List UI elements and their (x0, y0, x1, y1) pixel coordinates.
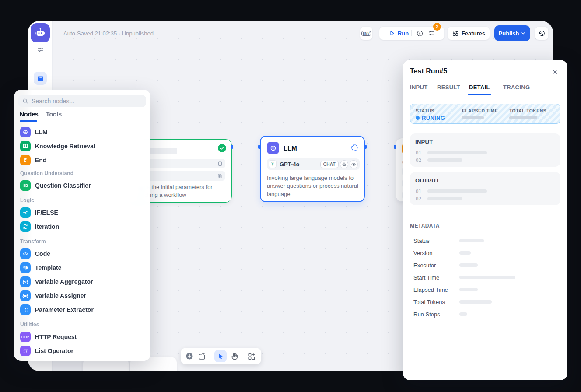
vision-eye-icon (350, 160, 358, 168)
running-dot-icon (416, 116, 420, 120)
meta-row-elapsed-time: Elapsed Time (413, 286, 558, 294)
skeleton-bar (462, 116, 484, 119)
version-history-button[interactable] (535, 26, 549, 40)
input-title: INPUT (415, 139, 433, 145)
llm-icon (267, 142, 279, 154)
organize-icon[interactable] (247, 352, 256, 360)
divider (403, 214, 567, 214)
palette-item-variable-assigner[interactable]: {=} Variable Assigner (17, 289, 148, 302)
add-note-icon[interactable] (198, 352, 206, 360)
dot-grid-icon (20, 304, 31, 315)
braces-x-icon: {x} (20, 276, 31, 287)
llm-node-description: Invoking large language models to answer… (267, 174, 360, 198)
llm-node[interactable]: LLM ✳ GPT-4o CHAT Invoking large languag… (260, 136, 365, 202)
add-node-icon[interactable] (185, 352, 194, 360)
edge-start-llm (232, 147, 260, 147)
split-icon (20, 207, 31, 218)
chat-mode-badge: CHAT (320, 161, 339, 168)
status-label: STATUS (416, 108, 434, 113)
skeleton-bar (459, 312, 467, 316)
meta-row-status: Status (413, 237, 558, 245)
skeleton-bar (427, 197, 462, 200)
chevron-down-icon (521, 31, 526, 36)
line-number: 02 (416, 158, 421, 163)
pointer-tool[interactable] (214, 350, 227, 362)
toolbar-divider (243, 353, 243, 359)
hand-tool-icon[interactable] (231, 352, 239, 360)
tab-tools[interactable]: Tools (46, 111, 62, 118)
play-icon (389, 30, 395, 36)
palette-item-list-operator[interactable]: List Operator (17, 344, 148, 357)
node-palette: Nodes Tools LLM Knowledge Retrieval End … (14, 90, 150, 361)
panel-title: Test Run#5 (410, 67, 447, 75)
group-header: Question Understand (20, 170, 74, 176)
port[interactable] (231, 145, 233, 149)
features-button[interactable]: Features (447, 26, 490, 40)
meta-row-run-steps: Run Steps (413, 310, 558, 319)
end-flag-icon (20, 155, 31, 165)
braces-eq-icon: {=} (20, 290, 31, 301)
port[interactable] (364, 145, 367, 149)
palette-item-code[interactable]: </> Code (17, 247, 148, 260)
line-number: 01 (416, 150, 421, 156)
skeleton-bar (459, 300, 492, 304)
palette-item-question-classifier[interactable]: Question Classifier (17, 179, 148, 192)
publish-button[interactable]: Publish (494, 25, 530, 41)
metadata-label: METADATA (410, 223, 440, 229)
pointer-icon (217, 353, 224, 360)
palette-item-if-else[interactable]: IF/ELSE (17, 206, 148, 219)
checklist-count-badge: 2 (433, 23, 441, 31)
palette-item-variable-aggregator[interactable]: {x} Variable Aggregator (17, 275, 148, 288)
palette-item-iteration[interactable]: Iteration (17, 220, 148, 233)
skeleton-bar (427, 158, 462, 162)
window-icon[interactable] (34, 72, 47, 85)
line-number: 02 (416, 196, 421, 202)
palette-item-parameter-extractor[interactable]: Parameter Extractor (17, 303, 148, 316)
loading-spinner-icon (351, 144, 358, 151)
tab-result[interactable]: RESULT (437, 84, 460, 91)
book-icon (20, 141, 31, 151)
total-tokens-label: TOTAL TOKENS (509, 108, 546, 113)
edge-llm-end (365, 147, 396, 147)
status-value: RUNING (416, 115, 445, 121)
divider (14, 122, 150, 122)
run-history-icon[interactable] (416, 30, 424, 37)
palette-item-end[interactable]: End (17, 154, 148, 167)
search-input[interactable] (32, 98, 136, 105)
check-icon (218, 144, 226, 152)
sliders-icon[interactable] (37, 46, 44, 53)
divider (403, 95, 567, 95)
line-number: 01 (416, 189, 421, 194)
meta-row-executor: Executor (413, 261, 558, 270)
tab-input[interactable]: INPUT (410, 84, 428, 91)
port[interactable] (394, 145, 396, 149)
openai-icon: ✳ (269, 160, 276, 168)
meta-row-version: Version (413, 249, 558, 258)
tab-detail[interactable]: DETAIL (469, 84, 490, 91)
funnel-icon (20, 346, 31, 356)
robot-app-icon[interactable] (31, 23, 50, 42)
env-button[interactable]: ENV (360, 26, 373, 40)
env-icon: ENV (361, 31, 371, 36)
palette-item-knowledge-retrieval[interactable]: Knowledge Retrieval (17, 140, 148, 153)
skeleton-bar (459, 288, 478, 291)
autosave-status: Auto-Saved 21:02:35 · Unpublished (63, 30, 154, 37)
palette-item-template[interactable]: Template (17, 261, 148, 274)
palette-item-llm[interactable]: LLM (17, 126, 148, 139)
checklist-icon[interactable] (428, 30, 435, 37)
features-icon (452, 30, 459, 37)
tab-tracing[interactable]: TRACING (503, 84, 530, 91)
model-selector[interactable]: ✳ GPT-4o CHAT (267, 158, 360, 170)
elapsed-time-label: ELAPSED TIME (462, 108, 498, 113)
code-icon: </> (20, 248, 31, 259)
template-icon (20, 262, 31, 273)
close-icon[interactable] (550, 67, 560, 77)
tab-nodes[interactable]: Nodes (20, 111, 38, 118)
skeleton-bar (427, 189, 487, 193)
run-button[interactable]: Run (388, 30, 411, 37)
model-name: GPT-4o (280, 161, 300, 168)
palette-item-http-request[interactable]: HTTP HTTP Request (17, 330, 148, 343)
skeleton-bar (509, 116, 537, 119)
skeleton-bar (459, 239, 484, 242)
search-box[interactable] (18, 95, 146, 107)
